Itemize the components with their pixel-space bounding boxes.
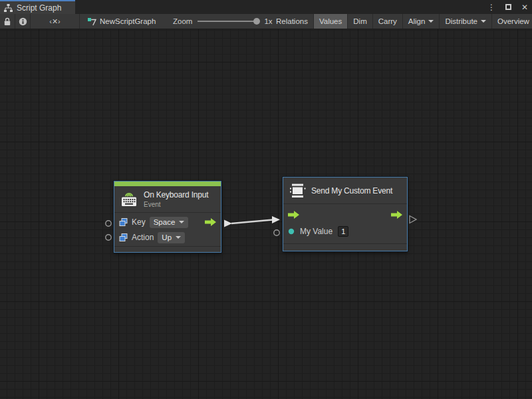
port-label-my-value: My Value (300, 227, 332, 236)
wire-source-arrow (224, 220, 232, 227)
node-send-my-custom-event[interactable]: Send My Custom Event My Value 1 (283, 177, 408, 251)
port-row-key: Key Space (119, 215, 216, 229)
my-value-input[interactable]: 1 (338, 226, 348, 237)
output-port-hollow-arrow[interactable] (410, 216, 416, 223)
flow-arrow-icon[interactable] (205, 218, 216, 226)
flow-wire[interactable] (231, 220, 273, 224)
custom-event-icon (290, 184, 306, 198)
node2-body: My Value 1 (283, 204, 407, 243)
key-dropdown-value: Space (154, 218, 176, 226)
value-dot-icon (288, 228, 295, 235)
node-subtitle: Event (144, 201, 208, 208)
keyboard-icon (120, 192, 138, 207)
flow-port-row (288, 207, 402, 222)
node2-footer (283, 243, 407, 251)
node1-titles: On Keyboard Input Event (144, 190, 208, 208)
chevron-down-icon (176, 236, 181, 239)
node1-footer (114, 246, 221, 253)
flow-arrow-icon[interactable] (391, 211, 402, 219)
input-port-my-value[interactable] (274, 230, 279, 235)
wires-overlay (0, 0, 532, 399)
input-port-key[interactable] (106, 221, 111, 226)
node2-header: Send My Custom Event (283, 178, 407, 204)
variable-icon (119, 233, 128, 242)
action-dropdown-value: Up (162, 233, 172, 241)
port-row-action: Action Up (119, 231, 216, 244)
port-label-action: Action (132, 233, 154, 242)
node1-header: On Keyboard Input Event (114, 186, 221, 213)
wire-dest-arrow (272, 216, 280, 223)
action-dropdown[interactable]: Up (158, 232, 185, 243)
node-title: Send My Custom Event (311, 186, 392, 196)
value-port-row: My Value 1 (288, 224, 402, 239)
variable-icon (119, 218, 128, 227)
input-port-action[interactable] (106, 235, 111, 240)
flow-arrow-icon[interactable] (288, 211, 299, 219)
node1-body: Key Space Action Up (114, 213, 221, 246)
script-graph-window: Script Graph ⋮ ✕ (0, 0, 532, 399)
node-title: On Keyboard Input (144, 190, 208, 200)
key-dropdown[interactable]: Space (150, 217, 189, 228)
port-label-key: Key (132, 217, 146, 227)
chevron-down-icon (179, 221, 184, 223)
node-on-keyboard-input[interactable]: On Keyboard Input Event Key Space (114, 181, 221, 253)
event-accent-bar (114, 182, 221, 186)
